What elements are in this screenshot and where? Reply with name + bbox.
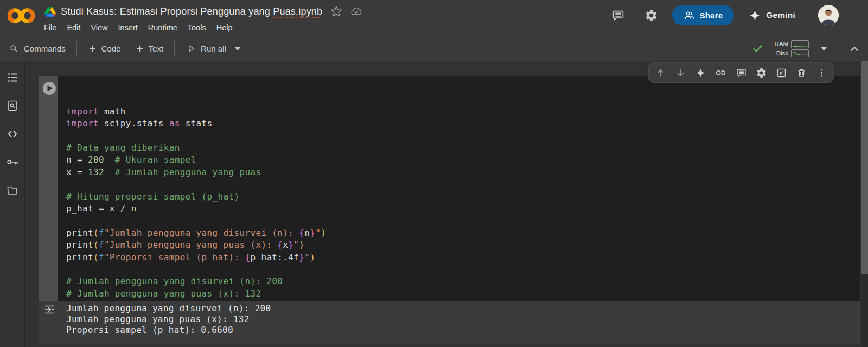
menu-tools[interactable]: Tools xyxy=(188,23,206,32)
notebook-title-tail: Puas.ipynb xyxy=(273,6,322,17)
cloud-saved-icon[interactable] xyxy=(350,5,362,17)
menu-file[interactable]: File xyxy=(44,23,56,32)
code-line[interactable] xyxy=(66,264,860,275)
menu-view[interactable]: View xyxy=(91,23,107,32)
comment-icon[interactable] xyxy=(736,67,747,79)
code-line[interactable]: print(f"Jumlah pengguna yang puas (x): {… xyxy=(66,239,860,251)
code-cell: import mathimport scipy.stats as stats #… xyxy=(39,76,860,301)
output-toggle-icon[interactable] xyxy=(43,303,56,316)
cell-settings-icon[interactable] xyxy=(756,67,767,79)
output-line: Jumlah pengguna yang disurvei (n): 200 xyxy=(66,303,855,314)
header: Studi Kasus: Estimasi Proporsi Pengguna … xyxy=(0,0,868,36)
output-line: Proporsi sampel (p_hat): 0.6600 xyxy=(66,325,855,336)
mirror-cell-icon[interactable] xyxy=(776,67,787,79)
comment-icon[interactable] xyxy=(611,9,625,22)
code-line[interactable]: p_hat = x / n xyxy=(66,203,860,215)
move-up-icon[interactable] xyxy=(655,67,666,79)
scrollbar-thumb[interactable] xyxy=(861,61,868,274)
play-outline-icon xyxy=(186,43,196,54)
drive-icon xyxy=(44,7,56,17)
notebook-scroll-area: import mathimport scipy.stats as stats #… xyxy=(25,61,861,347)
gemini-button[interactable]: Gemini xyxy=(749,10,795,21)
delete-icon[interactable] xyxy=(796,67,807,79)
cell-output: Jumlah pengguna yang disurvei (n): 200Ju… xyxy=(39,301,860,344)
resources-monitor[interactable]: RAM Disk xyxy=(771,40,809,57)
scrollbar-track[interactable] xyxy=(861,61,868,347)
code-line[interactable] xyxy=(66,178,860,190)
notebook-toolbar: Commands Code Text Run all RAM xyxy=(0,36,868,61)
code-line[interactable]: import scipy.stats as stats xyxy=(66,118,860,130)
star-icon[interactable] xyxy=(330,5,342,17)
chevron-down-icon[interactable] xyxy=(234,47,241,51)
output-lines: Jumlah pengguna yang disurvei (n): 200Ju… xyxy=(66,303,855,344)
code-snippets-icon[interactable] xyxy=(6,127,19,140)
files-folder-icon[interactable] xyxy=(6,184,19,197)
secrets-key-icon[interactable] xyxy=(6,156,19,169)
code-line[interactable] xyxy=(66,215,860,227)
settings-gear-icon[interactable] xyxy=(644,9,658,22)
toolbar-divider xyxy=(838,41,838,56)
add-text-button[interactable]: Text xyxy=(135,44,164,53)
colab-logo[interactable] xyxy=(7,5,36,27)
notebook-title[interactable]: Studi Kasus: Estimasi Proporsi Pengguna … xyxy=(61,6,322,17)
toolbar-divider xyxy=(174,41,175,56)
code-lines: import mathimport scipy.stats as stats #… xyxy=(66,106,860,312)
disk-sparkline xyxy=(791,49,809,57)
find-in-page-icon[interactable] xyxy=(6,99,19,112)
code-line[interactable]: import math xyxy=(66,106,860,118)
toolbar-divider xyxy=(76,41,77,56)
menu-edit[interactable]: Edit xyxy=(67,23,80,32)
share-button[interactable]: Share xyxy=(672,5,735,25)
output-line: Jumlah pengguna yang puas (x): 132 xyxy=(66,314,855,325)
disk-label: Disk xyxy=(771,50,788,56)
chevron-up-icon[interactable] xyxy=(848,43,860,55)
gemini-sparkle-icon xyxy=(749,10,761,21)
ram-sparkline xyxy=(791,40,809,48)
code-line[interactable]: # Jumlah pengguna yang disurvei (n): 200 xyxy=(66,275,860,287)
code-line[interactable]: n = 200 # Ukuran sampel xyxy=(66,154,860,166)
run-all-button[interactable]: Run all xyxy=(186,43,241,54)
code-line[interactable]: # Jumlah pengguna yang puas (x): 132 xyxy=(66,288,860,300)
add-code-button[interactable]: Code xyxy=(88,44,121,53)
more-vert-icon[interactable] xyxy=(816,67,827,79)
menu-help[interactable]: Help xyxy=(216,23,233,32)
code-line[interactable]: print(f"Jumlah pengguna yang disurvei (n… xyxy=(66,227,860,239)
menu-bar: File Edit View Insert Runtime Tools Help xyxy=(44,23,362,32)
link-icon[interactable] xyxy=(715,67,726,79)
commands-label: Commands xyxy=(24,44,66,53)
table-of-contents-icon[interactable] xyxy=(6,71,19,84)
ram-label: RAM xyxy=(771,41,788,47)
add-text-label: Text xyxy=(149,44,164,53)
play-icon xyxy=(47,85,53,92)
menu-insert[interactable]: Insert xyxy=(118,23,138,32)
share-label: Share xyxy=(700,11,723,20)
code-line[interactable] xyxy=(66,130,860,142)
run-all-label: Run all xyxy=(201,44,226,53)
add-code-label: Code xyxy=(101,44,121,53)
plus-icon xyxy=(88,44,97,53)
left-sidebar xyxy=(0,61,25,347)
chevron-down-icon[interactable] xyxy=(820,47,827,51)
code-line[interactable]: # Data yang diberikan xyxy=(66,142,860,154)
code-line[interactable]: print(f"Proporsi sampel (p_hat): {p_hat:… xyxy=(66,252,860,264)
move-down-icon[interactable] xyxy=(675,67,686,79)
commands-button[interactable]: Commands xyxy=(9,43,66,54)
avatar[interactable] xyxy=(818,5,839,25)
code-line[interactable]: # Hitung proporsi sampel (p_hat) xyxy=(66,191,860,203)
run-cell-button[interactable] xyxy=(43,82,56,95)
search-icon xyxy=(9,43,19,54)
plus-icon xyxy=(135,44,144,53)
gemini-label: Gemini xyxy=(766,10,795,20)
notebook-title-prefix: Studi Kasus: Estimasi Proporsi Pengguna … xyxy=(61,6,273,17)
share-people-icon xyxy=(684,10,695,21)
execution-check-icon xyxy=(751,42,764,55)
cell-toolbar xyxy=(648,62,834,83)
cell-gutter xyxy=(39,76,58,301)
code-editor[interactable]: import mathimport scipy.stats as stats #… xyxy=(58,76,860,301)
code-line[interactable]: x = 132 # Jumlah pengguna yang puas xyxy=(66,166,860,178)
gemini-sparkle-icon[interactable] xyxy=(695,67,706,79)
menu-runtime[interactable]: Runtime xyxy=(148,23,177,32)
